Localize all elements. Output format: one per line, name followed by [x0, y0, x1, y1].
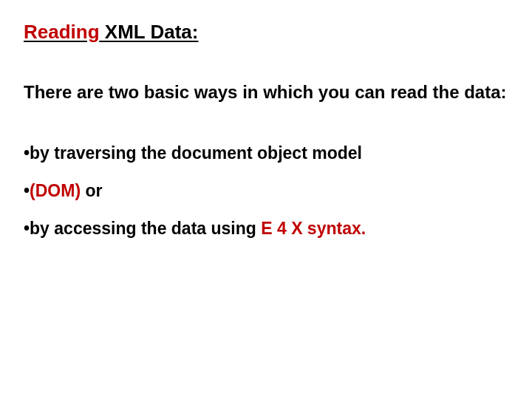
- slide: Reading XML Data: There are two basic wa…: [0, 0, 532, 399]
- bullet-dot-icon: •: [24, 219, 30, 238]
- bullet-accent: (DOM): [30, 181, 81, 200]
- bullet-item: •by accessing the data using E 4 X synta…: [24, 210, 508, 248]
- bullet-dot-icon: •: [24, 143, 30, 163]
- bullet-item: •by traversing the document object model: [24, 134, 508, 172]
- bullet-accent: E 4 X syntax.: [261, 219, 366, 238]
- bullet-item: •(DOM) or: [24, 172, 508, 210]
- intro-paragraph: There are two basic ways in which you ca…: [24, 72, 508, 112]
- bullet-text: by traversing the document object model: [30, 143, 362, 163]
- bullet-pre: by accessing the data using: [30, 219, 261, 238]
- bullet-list: •by traversing the document object model…: [24, 134, 508, 247]
- bullet-dot-icon: •: [24, 181, 30, 200]
- slide-title: Reading XML Data:: [24, 21, 508, 44]
- bullet-rest: or: [81, 181, 102, 200]
- title-rest: XML Data:: [100, 21, 199, 43]
- title-accent-word: Reading: [24, 21, 100, 43]
